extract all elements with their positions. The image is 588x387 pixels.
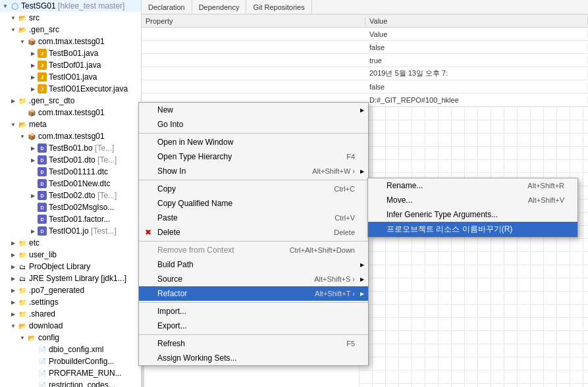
folder-icon: 📁 xyxy=(17,309,28,319)
submenu-item-proo-rename[interactable]: 프로오브젝트 리소스 이름바꾸기(R) xyxy=(368,222,577,237)
tree-label: ProbuilderConfig... xyxy=(49,357,114,366)
tree-item-shared[interactable]: ▶ 📁 .shared xyxy=(0,308,141,320)
tree-item-com_tmax2[interactable]: 📦 com.tmax.testsg01 xyxy=(0,107,141,118)
java-icon: J xyxy=(37,48,47,59)
prop-row-2: true xyxy=(142,54,588,67)
tree-item-src[interactable]: ▼ 📂 src xyxy=(0,12,141,24)
tree-item-testio01[interactable]: ▶ J TestIO01.java xyxy=(0,71,141,83)
prop-val: false xyxy=(365,83,588,91)
menu-item-remove-context[interactable]: Remove from Context Ctrl+Alt+Shift+Down xyxy=(139,243,368,257)
tab-declaration[interactable]: Declaration xyxy=(142,0,192,14)
dto-icon: D xyxy=(37,214,47,224)
tree-item-dbio[interactable]: 📄 dbio_config.xml xyxy=(0,344,141,355)
menu-item-delete[interactable]: ✖ Delete Delete xyxy=(139,225,368,240)
tab-dependency[interactable]: Dependency xyxy=(192,0,247,14)
folder-icon: 📁 xyxy=(17,249,28,260)
expand-icon xyxy=(18,109,26,116)
tab-git[interactable]: Git Repositories xyxy=(246,0,311,14)
menu-item-new[interactable]: New xyxy=(139,103,368,117)
submenu-item-infer-generic[interactable]: Infer Generic Type Arguments... xyxy=(368,207,577,222)
tab-bar: Declaration Dependency Git Repositories xyxy=(142,0,588,14)
dto-icon: D xyxy=(37,202,47,213)
tree-item-testdo01dto[interactable]: ▶ D TestDo01.dto [Te...] xyxy=(0,154,141,166)
xml-icon: 📄 xyxy=(37,344,47,355)
tree-item-po7[interactable]: ▶ 📁 .po7_generated xyxy=(0,284,141,296)
tree-item-testio01exec[interactable]: ▶ J TestIO01Executor.java xyxy=(0,83,141,95)
tree-item-proframe[interactable]: 📄 PROFRAME_RUN... xyxy=(0,367,141,379)
tree-item-testdo01new[interactable]: D TestDo01New.dtc xyxy=(0,178,141,190)
menu-item-open-type-hierarchy[interactable]: Open Type Hierarchy F4 xyxy=(139,149,368,164)
tree-item-settings[interactable]: ▶ 📁 .settings xyxy=(0,296,141,308)
tree-item-testdo02msgiso[interactable]: D TestDo02MsgIso... xyxy=(0,201,141,213)
menu-item-assign-working-sets[interactable]: Assign Working Sets... xyxy=(139,351,368,365)
folder-icon: 📁 xyxy=(17,285,28,296)
menu-item-build-path[interactable]: Build Path xyxy=(139,257,368,272)
expand-icon: ▼ xyxy=(9,120,17,128)
expand-icon: ▼ xyxy=(9,26,17,34)
tree-label: TestBo01.java xyxy=(49,49,98,58)
menu-item-open-new-window[interactable]: Open in New Window xyxy=(139,135,368,149)
tree-item-testdo01111[interactable]: D TestDo01111.dtc xyxy=(0,166,141,178)
tree-item-user_lib[interactable]: ▶ 📁 user_lib xyxy=(0,249,141,261)
menu-item-refresh[interactable]: Refresh F5 xyxy=(139,336,368,351)
menu-item-show-in[interactable]: Show In Alt+Shift+W › xyxy=(139,164,368,178)
expand-icon: ▼ xyxy=(9,322,17,330)
package-icon: 📦 xyxy=(26,107,37,118)
tree-item-config[interactable]: ▼ 📂 config xyxy=(0,332,141,344)
tree-item-com_tmax_meta[interactable]: ▼ 📦 com.tmax.testsg01 xyxy=(0,130,141,142)
menu-item-copy[interactable]: Copy Ctrl+C xyxy=(139,182,368,196)
tree-item-testio01jo[interactable]: ▶ D TestIO01.jo [Test...] xyxy=(0,225,141,237)
menu-item-copy-qualified[interactable]: Copy Qualified Name xyxy=(139,196,368,211)
expand-icon: ▶ xyxy=(9,97,17,105)
tree-item-testdof01[interactable]: ▶ J TestDof01.java xyxy=(0,59,141,71)
expand-icon: ▼ xyxy=(18,334,26,342)
tree-item-gen_src_dto[interactable]: ▶ 📁 .gen_src_dto xyxy=(0,95,141,107)
tree-item-testsg01[interactable]: ▼ ⬡ TestSG01 [hklee_test master] xyxy=(0,0,141,12)
tree-item-gen_src[interactable]: ▼ 📂 .gen_src xyxy=(0,24,141,36)
tree-label: TestDo01.dto [Te...] xyxy=(49,155,117,165)
menu-item-import[interactable]: Import... xyxy=(139,304,368,319)
menu-item-refactor[interactable]: Refactor Alt+Shift+T › xyxy=(139,286,368,301)
prop-val: Value xyxy=(365,30,588,38)
tree-item-testbo01[interactable]: ▶ J TestBo01.java xyxy=(0,47,141,59)
menu-item-paste[interactable]: Paste Ctrl+V xyxy=(139,211,368,225)
menu-item-source[interactable]: Source Alt+Shift+S › xyxy=(139,272,368,286)
tree-label: TestBo01.bo [Te...] xyxy=(49,143,114,153)
prop-val: 2019년 5월 13일 오후 7: xyxy=(365,68,588,78)
folder-icon: 📂 xyxy=(17,321,28,331)
menu-item-export[interactable]: Export... xyxy=(139,319,368,333)
submenu-item-rename[interactable]: Rename... Alt+Shift+R xyxy=(368,178,577,193)
tree-item-probuilder[interactable]: 📄 ProbuilderConfig... xyxy=(0,355,141,367)
tree-item-download[interactable]: ▼ 📂 download xyxy=(0,320,141,332)
submenu-item-move[interactable]: Move... Alt+Shift+V xyxy=(368,193,577,207)
tree-item-meta[interactable]: ▼ 📂 meta xyxy=(0,118,141,130)
tree-item-testdo02dto[interactable]: ▶ D TestDo02.dto [Te...] xyxy=(0,190,141,201)
menu-item-go-into[interactable]: Go Into xyxy=(139,117,368,132)
tree-item-restriction[interactable]: 📄 restriction_codes... xyxy=(0,379,141,387)
tree-label: com.tmax.testsg01 xyxy=(38,132,105,141)
tree-item-testbo01bo[interactable]: ▶ D TestBo01.bo [Te...] xyxy=(0,142,141,154)
file-tree: ▼ ⬡ TestSG01 [hklee_test master] ▼ 📂 src… xyxy=(0,0,142,387)
tree-label: TestIO01.java xyxy=(49,72,97,82)
tree-label: user_lib xyxy=(29,250,57,259)
dto-icon: D xyxy=(37,155,47,165)
tree-item-com_tmax[interactable]: ▼ 📦 com.tmax.testsg01 xyxy=(0,36,141,47)
java-icon: J xyxy=(37,72,47,82)
expand-icon: ▶ xyxy=(9,263,17,271)
tree-label: src xyxy=(29,13,40,22)
tree-label: TestDo02.dto [Te...] xyxy=(49,191,117,200)
expand-icon: ▶ xyxy=(9,251,17,259)
project-icon: ⬡ xyxy=(9,1,20,11)
tree-label: ProObject Library xyxy=(29,262,90,271)
package-icon: 📦 xyxy=(26,36,37,47)
tree-item-jre[interactable]: ▶ 🗂 JRE System Library [jdk1...] xyxy=(0,272,141,284)
tree-item-proobject[interactable]: ▶ 🗂 ProObject Library xyxy=(0,261,141,272)
tree-label: download xyxy=(29,321,63,330)
prop-row-1: false xyxy=(142,41,588,54)
tree-label: meta xyxy=(29,120,47,129)
tree-item-etc[interactable]: ▶ 📁 etc xyxy=(0,237,141,249)
tree-item-testdo01factor[interactable]: D TestDo01.factor... xyxy=(0,213,141,225)
tree-label: .gen_src xyxy=(29,25,59,34)
expand-icon: ▶ xyxy=(9,286,17,294)
tree-label: com.tmax.testsg01 xyxy=(38,108,105,117)
